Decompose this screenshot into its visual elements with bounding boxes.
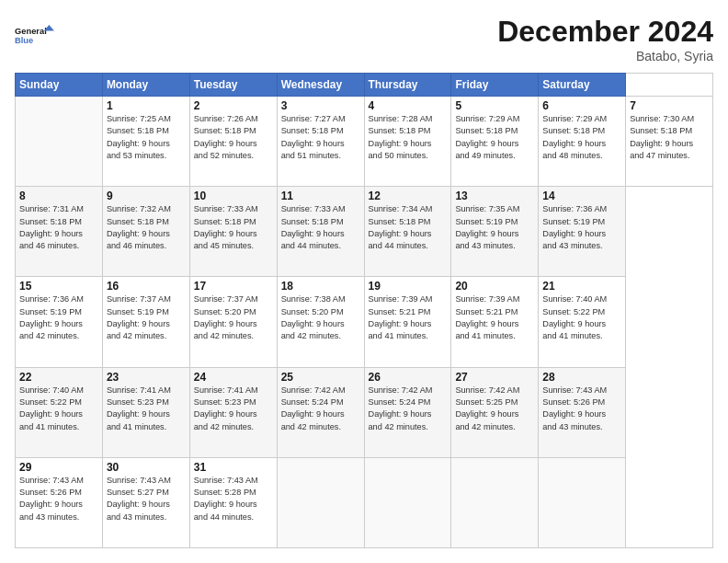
day-number: 6 [542,99,621,112]
calendar-cell [539,457,626,547]
day-number: 4 [369,99,448,112]
day-info: Sunrise: 7:41 AMSunset: 5:23 PMDaylight:… [107,385,171,431]
day-info: Sunrise: 7:39 AMSunset: 5:21 PMDaylight:… [455,294,519,340]
calendar-cell: 30 Sunrise: 7:43 AMSunset: 5:27 PMDaylig… [102,457,189,547]
day-number: 30 [107,461,186,474]
calendar-cell: 9 Sunrise: 7:32 AMSunset: 5:18 PMDayligh… [102,187,189,277]
day-info: Sunrise: 7:42 AMSunset: 5:25 PMDaylight:… [455,385,519,431]
calendar-cell: 11 Sunrise: 7:33 AMSunset: 5:18 PMDaylig… [277,187,364,277]
day-number: 11 [281,190,360,202]
day-number: 3 [281,99,360,112]
dow-header: Monday [102,74,189,97]
day-info: Sunrise: 7:25 AMSunset: 5:18 PMDaylight:… [107,114,171,160]
calendar-cell: 28 Sunrise: 7:43 AMSunset: 5:26 PMDaylig… [539,367,626,457]
day-number: 20 [455,280,534,293]
calendar-cell: 14 Sunrise: 7:36 AMSunset: 5:19 PMDaylig… [539,187,626,277]
calendar-cell: 6 Sunrise: 7:29 AMSunset: 5:18 PMDayligh… [539,97,626,187]
dow-header: Wednesday [277,74,364,97]
day-info: Sunrise: 7:43 AMSunset: 5:27 PMDaylight:… [107,476,171,522]
dow-header: Friday [451,74,539,97]
day-info: Sunrise: 7:33 AMSunset: 5:18 PMDaylight:… [281,204,346,250]
day-info: Sunrise: 7:26 AMSunset: 5:18 PMDaylight:… [194,114,258,160]
day-number: 17 [194,280,273,293]
day-info: Sunrise: 7:42 AMSunset: 5:24 PMDaylight:… [281,385,346,431]
day-number: 27 [455,371,534,384]
day-info: Sunrise: 7:28 AMSunset: 5:18 PMDaylight:… [369,114,433,160]
calendar-cell: 12 Sunrise: 7:34 AMSunset: 5:18 PMDaylig… [364,187,451,277]
calendar-cell: 17 Sunrise: 7:37 AMSunset: 5:20 PMDaylig… [189,277,277,367]
calendar-cell: 27 Sunrise: 7:42 AMSunset: 5:25 PMDaylig… [451,367,539,457]
day-info: Sunrise: 7:36 AMSunset: 5:19 PMDaylight:… [19,294,84,340]
calendar-cell: 23 Sunrise: 7:41 AMSunset: 5:23 PMDaylig… [102,367,189,457]
day-info: Sunrise: 7:43 AMSunset: 5:28 PMDaylight:… [194,476,258,522]
svg-text:General: General [15,27,47,36]
calendar-cell: 2 Sunrise: 7:26 AMSunset: 5:18 PMDayligh… [189,97,277,187]
day-info: Sunrise: 7:27 AMSunset: 5:18 PMDaylight:… [281,114,346,160]
day-number: 15 [19,280,98,293]
calendar-cell: 15 Sunrise: 7:36 AMSunset: 5:19 PMDaylig… [16,277,103,367]
day-number: 16 [107,280,186,293]
calendar-cell [364,457,451,547]
calendar-cell: 13 Sunrise: 7:35 AMSunset: 5:19 PMDaylig… [451,187,539,277]
calendar-table: SundayMondayTuesdayWednesdayThursdayFrid… [15,73,713,548]
day-number: 31 [194,461,273,474]
day-info: Sunrise: 7:40 AMSunset: 5:22 PMDaylight:… [542,294,607,340]
day-info: Sunrise: 7:43 AMSunset: 5:26 PMDaylight:… [542,385,607,431]
dow-header: Thursday [364,74,451,97]
calendar-cell: 5 Sunrise: 7:29 AMSunset: 5:18 PMDayligh… [451,97,539,187]
logo-svg: General Blue [15,15,55,55]
day-number: 5 [455,99,534,112]
calendar-cell: 18 Sunrise: 7:38 AMSunset: 5:20 PMDaylig… [277,277,364,367]
calendar-cell: 1 Sunrise: 7:25 AMSunset: 5:18 PMDayligh… [102,97,189,187]
location: Batabo, Syria [497,49,713,63]
day-number: 12 [369,190,448,202]
calendar-cell: 8 Sunrise: 7:31 AMSunset: 5:18 PMDayligh… [16,187,103,277]
calendar-cell: 7 Sunrise: 7:30 AMSunset: 5:18 PMDayligh… [626,97,713,187]
day-number: 18 [281,280,360,293]
calendar-cell: 10 Sunrise: 7:33 AMSunset: 5:18 PMDaylig… [189,187,277,277]
calendar-cell [451,457,539,547]
day-number: 29 [19,461,98,474]
day-number: 1 [107,99,186,112]
logo: General Blue [15,15,55,55]
day-number: 22 [19,371,98,384]
day-number: 8 [19,190,98,202]
dow-header: Sunday [16,74,103,97]
calendar-cell: 22 Sunrise: 7:40 AMSunset: 5:22 PMDaylig… [16,367,103,457]
header: General Blue December 2024 Batabo, Syria [15,15,713,63]
day-info: Sunrise: 7:34 AMSunset: 5:18 PMDaylight:… [369,204,433,250]
day-info: Sunrise: 7:29 AMSunset: 5:18 PMDaylight:… [455,114,519,160]
day-number: 23 [107,371,186,384]
dow-header: Tuesday [189,74,277,97]
day-info: Sunrise: 7:37 AMSunset: 5:20 PMDaylight:… [194,294,258,340]
day-info: Sunrise: 7:32 AMSunset: 5:18 PMDaylight:… [107,204,171,250]
empty-cell [16,97,103,187]
calendar-cell: 25 Sunrise: 7:42 AMSunset: 5:24 PMDaylig… [277,367,364,457]
calendar-cell: 19 Sunrise: 7:39 AMSunset: 5:21 PMDaylig… [364,277,451,367]
day-number: 21 [542,280,621,293]
day-number: 26 [369,371,448,384]
calendar-cell: 20 Sunrise: 7:39 AMSunset: 5:21 PMDaylig… [451,277,539,367]
day-info: Sunrise: 7:38 AMSunset: 5:20 PMDaylight:… [281,294,346,340]
day-info: Sunrise: 7:43 AMSunset: 5:26 PMDaylight:… [19,476,84,522]
page: General Blue December 2024 Batabo, Syria… [0,0,728,563]
day-number: 2 [194,99,273,112]
calendar-cell: 26 Sunrise: 7:42 AMSunset: 5:24 PMDaylig… [364,367,451,457]
calendar-cell: 29 Sunrise: 7:43 AMSunset: 5:26 PMDaylig… [16,457,103,547]
day-info: Sunrise: 7:30 AMSunset: 5:18 PMDaylight:… [630,114,694,160]
title-section: December 2024 Batabo, Syria [497,15,713,63]
calendar-cell: 3 Sunrise: 7:27 AMSunset: 5:18 PMDayligh… [277,97,364,187]
dow-header: Saturday [539,74,626,97]
day-info: Sunrise: 7:31 AMSunset: 5:18 PMDaylight:… [19,204,84,250]
day-info: Sunrise: 7:35 AMSunset: 5:19 PMDaylight:… [455,204,519,250]
day-info: Sunrise: 7:36 AMSunset: 5:19 PMDaylight:… [542,204,607,250]
day-number: 9 [107,190,186,202]
day-info: Sunrise: 7:41 AMSunset: 5:23 PMDaylight:… [194,385,258,431]
calendar-cell: 16 Sunrise: 7:37 AMSunset: 5:19 PMDaylig… [102,277,189,367]
day-number: 10 [194,190,273,202]
day-number: 13 [455,190,534,202]
day-info: Sunrise: 7:40 AMSunset: 5:22 PMDaylight:… [19,385,84,431]
day-number: 14 [542,190,621,202]
calendar-cell: 4 Sunrise: 7:28 AMSunset: 5:18 PMDayligh… [364,97,451,187]
day-number: 7 [630,99,709,112]
